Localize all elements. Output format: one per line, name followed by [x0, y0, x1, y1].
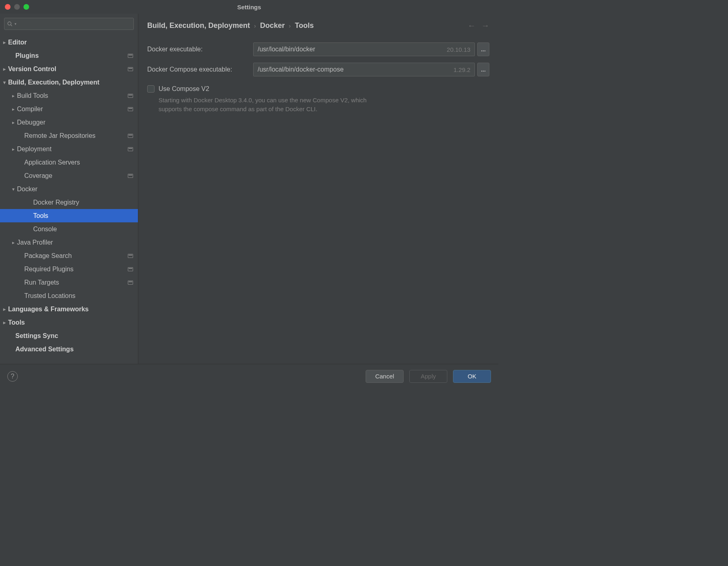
chevron-right-icon[interactable]: ▸	[10, 240, 17, 245]
nav-back-icon[interactable]: ←	[468, 21, 476, 30]
project-scope-icon	[128, 94, 133, 98]
chevron-down-icon[interactable]: ▾	[1, 80, 8, 85]
tree-item-label: Coverage	[24, 172, 125, 180]
tree-item[interactable]: ▸Editor	[0, 36, 138, 49]
chevron-right-icon[interactable]: ▸	[10, 146, 17, 152]
tree-item-label: Required Plugins	[24, 266, 125, 273]
tree-item[interactable]: Docker Registry	[0, 196, 138, 209]
breadcrumb-docker[interactable]: Docker	[260, 21, 285, 30]
tree-item[interactable]: ▸Tools	[0, 316, 138, 329]
tree-item[interactable]: ▸Build Tools	[0, 89, 138, 102]
tree-item-label: Remote Jar Repositories	[24, 132, 125, 139]
project-scope-icon	[128, 67, 133, 71]
chevron-right-icon[interactable]: ▸	[1, 320, 8, 325]
settings-tree: ▸EditorPlugins▸Version Control▾Build, Ex…	[0, 33, 138, 364]
tree-item[interactable]: ▾Build, Execution, Deployment	[0, 76, 138, 89]
tree-item-label: Docker Registry	[33, 199, 133, 206]
tree-item-label: Editor	[8, 39, 133, 46]
tree-item-label: Run Targets	[24, 279, 125, 286]
tree-item-label: Advanced Settings	[15, 346, 133, 353]
compose-exe-value: /usr/local/bin/docker-compose	[258, 66, 453, 73]
cancel-button[interactable]: Cancel	[366, 370, 404, 383]
maximize-window-icon[interactable]	[23, 4, 29, 10]
chevron-right-icon: ›	[254, 22, 256, 29]
project-scope-icon	[128, 147, 133, 151]
tree-item-label: Version Control	[8, 65, 125, 73]
chevron-right-icon[interactable]: ▸	[10, 93, 17, 99]
footer: ? Cancel Apply OK	[0, 364, 498, 388]
tree-item[interactable]: ▸Debugger	[0, 116, 138, 129]
project-scope-icon	[128, 254, 133, 258]
svg-line-1	[11, 25, 12, 26]
search-icon	[7, 21, 13, 27]
tree-item[interactable]: ▸Compiler	[0, 102, 138, 116]
docker-exe-value: /usr/local/bin/docker	[258, 46, 447, 53]
chevron-right-icon[interactable]: ▸	[10, 120, 17, 125]
tree-item-label: Settings Sync	[15, 332, 133, 340]
chevron-right-icon[interactable]: ▸	[1, 40, 8, 45]
search-field[interactable]	[18, 21, 131, 27]
tree-item-label: Plugins	[15, 52, 125, 59]
project-scope-icon	[128, 54, 133, 58]
close-window-icon[interactable]	[5, 4, 11, 10]
tree-item-label: Compiler	[17, 106, 125, 113]
tree-item[interactable]: Required Plugins	[0, 262, 138, 276]
tree-item-label: Docker	[17, 186, 133, 193]
tree-item[interactable]: Run Targets	[0, 276, 138, 289]
tree-item[interactable]: Trusted Locations	[0, 289, 138, 302]
tree-item[interactable]: ▾Docker	[0, 182, 138, 196]
tree-item[interactable]: Console	[0, 222, 138, 236]
titlebar: Settings	[0, 0, 498, 14]
tree-item[interactable]: ▸Deployment	[0, 142, 138, 156]
breadcrumb-bed[interactable]: Build, Execution, Deployment	[147, 21, 250, 30]
ok-button[interactable]: OK	[453, 370, 491, 383]
project-scope-icon	[128, 174, 133, 178]
project-scope-icon	[128, 267, 133, 271]
tree-item[interactable]: ▸Languages & Frameworks	[0, 302, 138, 316]
compose-v2-help-text: Starting with Docker Desktop 3.4.0, you …	[159, 96, 385, 114]
help-icon[interactable]: ?	[7, 371, 18, 382]
compose-exe-label: Docker Compose executable:	[147, 66, 251, 73]
tree-item-label: Console	[33, 226, 133, 233]
chevron-right-icon[interactable]: ▸	[1, 66, 8, 72]
compose-exe-browse-button[interactable]: ...	[477, 63, 489, 76]
use-compose-v2-checkbox[interactable]	[147, 85, 154, 93]
tree-item[interactable]: Tools	[0, 209, 138, 222]
docker-exe-version: 20.10.13	[447, 46, 470, 53]
docker-exe-label: Docker executable:	[147, 46, 251, 53]
tree-item[interactable]: Plugins	[0, 49, 138, 62]
tree-item[interactable]: Settings Sync	[0, 329, 138, 342]
chevron-right-icon[interactable]: ▸	[10, 106, 17, 112]
compose-exe-version: 1.29.2	[453, 66, 470, 73]
tree-item[interactable]: ▸Version Control	[0, 62, 138, 76]
tree-item[interactable]: Application Servers	[0, 156, 138, 169]
project-scope-icon	[128, 281, 133, 285]
tree-item[interactable]: Coverage	[0, 169, 138, 182]
chevron-right-icon: ›	[289, 22, 291, 29]
tree-item-label: Application Servers	[24, 159, 133, 166]
tree-item-label: Build, Execution, Deployment	[8, 79, 133, 86]
window-title: Settings	[237, 4, 261, 11]
sidebar: ▾ ▸EditorPlugins▸Version Control▾Build, …	[0, 14, 138, 364]
use-compose-v2-label: Use Compose V2	[159, 85, 209, 93]
minimize-window-icon[interactable]	[14, 4, 20, 10]
chevron-right-icon[interactable]: ▸	[1, 306, 8, 312]
search-input[interactable]: ▾	[4, 18, 134, 30]
svg-point-0	[8, 22, 11, 25]
docker-exe-browse-button[interactable]: ...	[477, 42, 489, 56]
tree-item-label: Trusted Locations	[24, 292, 133, 300]
search-dropdown-icon[interactable]: ▾	[15, 22, 17, 26]
docker-exe-field[interactable]: /usr/local/bin/docker 20.10.13	[253, 42, 475, 56]
project-scope-icon	[128, 107, 133, 111]
project-scope-icon	[128, 134, 133, 138]
compose-exe-field[interactable]: /usr/local/bin/docker-compose 1.29.2	[253, 63, 475, 76]
tree-item[interactable]: Advanced Settings	[0, 342, 138, 356]
nav-forward-icon[interactable]: →	[481, 21, 489, 30]
chevron-down-icon[interactable]: ▾	[10, 186, 17, 192]
tree-item[interactable]: Package Search	[0, 249, 138, 262]
main-panel: Build, Execution, Deployment › Docker › …	[138, 14, 498, 364]
apply-button: Apply	[409, 370, 447, 383]
tree-item[interactable]: ▸Java Profiler	[0, 236, 138, 249]
tree-item-label: Build Tools	[17, 92, 125, 99]
tree-item[interactable]: Remote Jar Repositories	[0, 129, 138, 142]
